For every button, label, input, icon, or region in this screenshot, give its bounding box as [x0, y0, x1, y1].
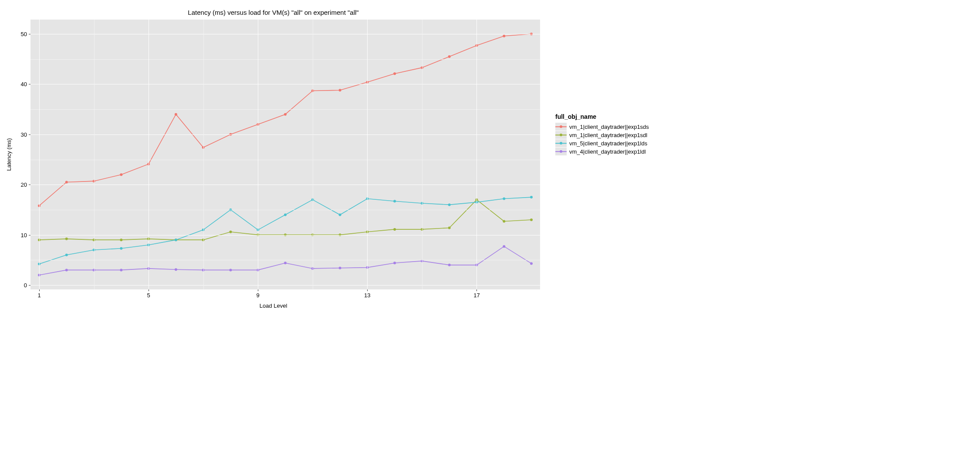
- y-tick: 20: [21, 181, 27, 188]
- x-tick: 13: [364, 292, 370, 299]
- y-tick: 10: [21, 232, 27, 238]
- data-point: [448, 203, 451, 206]
- data-point: [65, 254, 68, 256]
- y-tick: 30: [21, 131, 27, 138]
- legend-item: vm_1|client_daytrader||exp1sds: [555, 123, 649, 131]
- series-line: [39, 197, 531, 264]
- x-tick: 9: [257, 292, 260, 299]
- x-axis-label: Load Level: [0, 302, 547, 309]
- x-tick: 17: [473, 292, 480, 299]
- x-tick: 1: [37, 292, 41, 299]
- legend-title: full_obj_name: [555, 113, 649, 120]
- data-point: [393, 200, 396, 202]
- data-point: [284, 262, 287, 264]
- data-point: [530, 218, 533, 221]
- legend: full_obj_name vm_1|client_daytrader||exp…: [555, 113, 649, 156]
- data-point: [120, 269, 122, 271]
- data-point: [175, 268, 177, 271]
- data-point: [339, 89, 341, 91]
- legend-item: vm_5|client_daytrader||exp1lds: [555, 139, 649, 147]
- chart-title: Latency (ms) versus load for VM(s) "all"…: [0, 9, 547, 16]
- legend-swatch: [555, 148, 567, 155]
- data-point: [229, 231, 232, 233]
- data-point: [503, 220, 505, 222]
- series-line: [39, 246, 531, 275]
- data-point: [175, 113, 177, 116]
- plot-area: 010203040501591317: [30, 20, 540, 289]
- legend-item: vm_4|client_daytrader||exp1ldl: [555, 148, 649, 155]
- data-point: [65, 238, 68, 240]
- legend-swatch: [555, 139, 567, 147]
- series-line: [39, 34, 531, 206]
- y-tick: 50: [21, 31, 27, 37]
- data-point: [503, 198, 505, 200]
- data-point: [284, 213, 287, 216]
- data-point: [530, 196, 533, 198]
- y-tick: 40: [21, 81, 27, 87]
- data-point: [65, 269, 68, 271]
- data-point: [503, 245, 505, 248]
- data-point: [339, 267, 341, 269]
- data-point: [120, 173, 122, 176]
- data-point: [393, 262, 396, 264]
- data-point: [229, 269, 232, 271]
- data-point: [339, 213, 341, 216]
- data-point: [284, 113, 287, 116]
- data-point: [120, 239, 122, 241]
- legend-label: vm_1|client_daytrader||exp1sds: [569, 124, 649, 130]
- legend-swatch: [555, 123, 567, 131]
- data-point: [448, 226, 451, 229]
- data-point: [65, 181, 68, 183]
- legend-label: vm_4|client_daytrader||exp1ldl: [569, 148, 646, 155]
- data-point: [448, 264, 451, 266]
- y-tick: 0: [24, 282, 27, 289]
- y-axis-label: Latency (ms): [6, 138, 12, 171]
- data-point: [175, 239, 177, 241]
- data-point: [448, 55, 451, 58]
- data-point: [503, 35, 505, 37]
- legend-label: vm_5|client_daytrader||exp1lds: [569, 140, 647, 147]
- x-tick: 5: [147, 292, 150, 299]
- data-point: [393, 72, 396, 75]
- data-point: [530, 262, 533, 265]
- legend-swatch: [555, 131, 567, 139]
- data-point: [393, 228, 396, 231]
- legend-item: vm_1|client_daytrader||exp1sdl: [555, 131, 649, 139]
- data-point: [120, 247, 122, 250]
- legend-label: vm_1|client_daytrader||exp1sdl: [569, 132, 647, 138]
